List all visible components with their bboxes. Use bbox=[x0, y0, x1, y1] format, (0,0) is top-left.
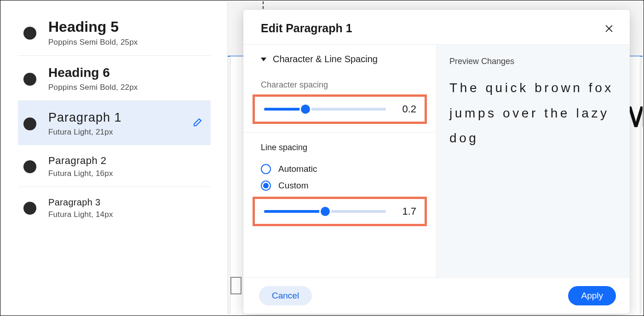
radio-label: Automatic bbox=[278, 164, 317, 174]
preview-panel: Preview Changes The quick brown fox jump… bbox=[437, 45, 630, 277]
style-meta: Futura Light, 21px bbox=[48, 128, 122, 137]
preview-label: Preview Changes bbox=[449, 57, 617, 66]
line-spacing-control: 1.7 bbox=[253, 197, 427, 226]
popup-body: Character & Line Spacing Character spaci… bbox=[243, 44, 630, 278]
cancel-button[interactable]: Cancel bbox=[259, 286, 312, 305]
bullet-icon bbox=[23, 202, 36, 215]
style-item-heading-5[interactable]: Heading 5 Poppins Semi Bold, 25px bbox=[18, 9, 211, 56]
radio-icon bbox=[261, 181, 271, 191]
style-meta: Poppins Semi Bold, 22px bbox=[48, 83, 138, 92]
style-meta: Futura Light, 16px bbox=[48, 169, 113, 178]
preview-text: The quick brown fox jumps over the lazy … bbox=[449, 76, 617, 151]
bullet-icon bbox=[23, 160, 36, 173]
line-spacing-automatic[interactable]: Automatic bbox=[261, 161, 419, 177]
character-spacing-label: Character spacing bbox=[243, 72, 436, 94]
edit-style-button[interactable] bbox=[191, 117, 202, 129]
style-item-heading-6[interactable]: Heading 6 Poppins Semi Bold, 22px bbox=[18, 56, 211, 101]
caret-down-icon bbox=[261, 58, 266, 61]
slider-thumb[interactable] bbox=[321, 207, 330, 216]
spacing-controls-panel: Character & Line Spacing Character spaci… bbox=[243, 45, 437, 277]
line-spacing-custom[interactable]: Custom bbox=[261, 177, 419, 194]
popup-footer: Cancel Apply bbox=[243, 278, 630, 314]
style-meta: Futura Light, 14px bbox=[48, 210, 113, 219]
line-spacing-value: 1.7 bbox=[395, 205, 416, 217]
style-name: Paragraph 2 bbox=[48, 155, 113, 166]
app-root: Heading 5 Poppins Semi Bold, 25px Headin… bbox=[0, 0, 644, 316]
line-spacing-radio-group: Automatic Custom bbox=[243, 157, 436, 197]
bullet-icon bbox=[23, 73, 36, 86]
style-item-paragraph-1[interactable]: Paragraph 1 Futura Light, 21px bbox=[18, 101, 211, 145]
popup-header: Edit Paragraph 1 bbox=[243, 10, 630, 44]
bullet-icon bbox=[23, 27, 36, 40]
style-meta: Poppins Semi Bold, 25px bbox=[48, 38, 138, 47]
edit-style-popup: Edit Paragraph 1 Character & Line Spacin… bbox=[243, 10, 630, 314]
popup-title: Edit Paragraph 1 bbox=[261, 22, 352, 35]
style-name: Paragraph 1 bbox=[48, 111, 122, 125]
style-texts: Paragraph 3 Futura Light, 14px bbox=[48, 197, 113, 219]
radio-icon bbox=[261, 164, 271, 174]
slider-thumb[interactable] bbox=[301, 105, 310, 114]
character-spacing-control: 0.2 bbox=[253, 94, 427, 124]
apply-button[interactable]: Apply bbox=[568, 286, 616, 305]
line-spacing-label: Line spacing bbox=[243, 135, 436, 157]
character-spacing-slider[interactable] bbox=[264, 105, 386, 113]
close-icon bbox=[604, 27, 614, 35]
style-item-paragraph-2[interactable]: Paragraph 2 Futura Light, 16px bbox=[18, 145, 211, 187]
style-list: Heading 5 Poppins Semi Bold, 25px Headin… bbox=[1, 9, 227, 228]
character-spacing-value: 0.2 bbox=[395, 103, 416, 115]
section-header-spacing[interactable]: Character & Line Spacing bbox=[243, 45, 436, 72]
style-texts: Heading 5 Poppins Semi Bold, 25px bbox=[48, 19, 138, 47]
slider-fill bbox=[264, 210, 325, 213]
section-header-label: Character & Line Spacing bbox=[273, 54, 378, 64]
style-texts: Heading 6 Poppins Semi Bold, 22px bbox=[48, 66, 138, 92]
style-name: Paragraph 3 bbox=[48, 197, 113, 207]
style-name: Heading 5 bbox=[48, 19, 138, 35]
close-button[interactable] bbox=[604, 23, 614, 34]
style-texts: Paragraph 2 Futura Light, 16px bbox=[48, 155, 113, 178]
radio-selected-dot bbox=[263, 183, 269, 188]
shape-rect bbox=[230, 277, 242, 294]
divider bbox=[243, 132, 436, 133]
style-list-panel: Heading 5 Poppins Semi Bold, 25px Headin… bbox=[1, 1, 228, 315]
style-texts: Paragraph 1 Futura Light, 21px bbox=[48, 111, 122, 137]
style-item-paragraph-3[interactable]: Paragraph 3 Futura Light, 14px bbox=[18, 187, 211, 228]
radio-label: Custom bbox=[278, 181, 308, 191]
slider-fill bbox=[264, 108, 305, 111]
line-spacing-slider[interactable] bbox=[264, 207, 386, 216]
bullet-icon bbox=[23, 117, 36, 130]
style-name: Heading 6 bbox=[48, 66, 138, 80]
pencil-icon bbox=[191, 122, 202, 130]
